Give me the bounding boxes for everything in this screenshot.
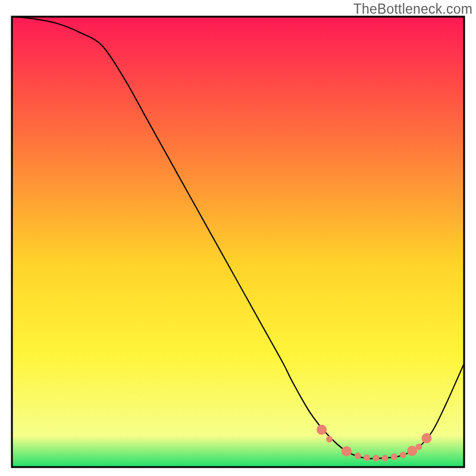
- highlight-dot: [326, 436, 333, 443]
- highlight-dot: [355, 453, 361, 459]
- bottleneck-chart: [0, 0, 476, 476]
- highlight-dot: [382, 455, 389, 461]
- highlight-dot: [391, 453, 397, 460]
- highlight-dot: [317, 425, 327, 435]
- highlight-dot: [407, 446, 417, 456]
- highlight-dot: [421, 433, 431, 443]
- highlight-dot: [342, 446, 352, 456]
- gradient-background: [12, 17, 464, 467]
- chart-frame: TheBottleneck.com: [0, 0, 476, 476]
- watermark-text: TheBottleneck.com: [353, 1, 472, 17]
- highlight-dot: [364, 455, 370, 461]
- highlight-dot: [400, 452, 406, 458]
- highlight-dot: [416, 443, 422, 450]
- plot-area: [12, 17, 464, 467]
- highlight-dot: [372, 455, 379, 461]
